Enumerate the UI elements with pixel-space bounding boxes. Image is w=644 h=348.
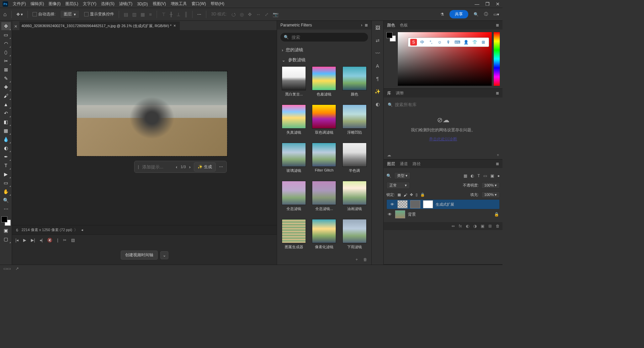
pen-tool[interactable]: ✒	[1, 153, 11, 161]
stamp-tool[interactable]: ▲	[1, 100, 11, 109]
zoom-tool[interactable]: 🔍	[1, 196, 11, 204]
align-right-icon[interactable]: ▦	[141, 12, 145, 17]
brush-tool[interactable]: 🖌	[1, 92, 11, 100]
gen-prev-icon[interactable]: ‹	[176, 164, 177, 169]
gradient-tool[interactable]: ▦	[1, 127, 11, 135]
dock-char-icon[interactable]: A	[374, 62, 381, 70]
status-chevron-icon[interactable]: 〉	[74, 227, 78, 232]
tab-libraries[interactable]: 库	[387, 90, 391, 96]
tl-prevframe-icon[interactable]: ◂|	[40, 238, 43, 242]
tl-first-icon[interactable]: |◂	[15, 238, 18, 242]
layer-row[interactable]: 👁生成式扩展	[386, 199, 500, 209]
opacity-value[interactable]: 100% ▾	[481, 182, 500, 189]
fx-icon[interactable]: fx	[459, 224, 462, 228]
new-layer-icon[interactable]: ⊞	[488, 224, 492, 228]
help-icon[interactable]: ⓘ	[484, 11, 488, 17]
lock-trans-icon[interactable]: ▦	[397, 193, 401, 197]
filters-collapse-icon[interactable]: ›	[361, 23, 362, 27]
ime-keyboard-icon[interactable]: ⌨	[454, 39, 461, 46]
tab-layers[interactable]: 图层	[387, 161, 395, 167]
tab-channels[interactable]: 通道	[400, 161, 408, 167]
3d-roll-icon[interactable]: ◎	[240, 12, 244, 17]
mask-icon[interactable]: ◐	[466, 224, 469, 228]
status-arrow-icon[interactable]: ◂	[81, 228, 83, 232]
type-tool[interactable]: T	[1, 161, 11, 169]
ime-emoji-icon[interactable]: ☺	[436, 39, 443, 46]
eyedropper-tool[interactable]: ✎	[1, 74, 11, 82]
align-left-icon[interactable]: ▤	[124, 12, 128, 17]
close-tab-icon[interactable]: ×	[173, 23, 176, 28]
param-filters-section[interactable]: ⌄ 参数滤镜	[277, 55, 371, 65]
create-timeline-dropdown[interactable]: ⌄	[160, 251, 168, 259]
beaker-icon[interactable]: ⚗	[440, 12, 444, 17]
zoom-percent[interactable]: 6	[16, 228, 18, 232]
share-button[interactable]: 共享	[449, 10, 468, 18]
heal-tool[interactable]: ✚	[1, 83, 11, 91]
3d-orbit-icon[interactable]: ⭯	[231, 12, 236, 17]
ime-lang-icon[interactable]: 中	[419, 39, 426, 46]
gen-next-icon[interactable]: ›	[189, 164, 191, 169]
dodge-tool[interactable]: ◐	[1, 144, 11, 152]
tl-cut-icon[interactable]: ✂	[63, 238, 66, 242]
filter-toggle-icon[interactable]: ●	[497, 173, 500, 178]
minimize-icon[interactable]: —	[475, 1, 479, 7]
quick-mask-icon[interactable]: ▣	[1, 226, 11, 234]
adjust-layer-icon[interactable]: ◑	[473, 224, 477, 228]
align-more-icon[interactable]: ≡	[149, 12, 152, 17]
screen-mode-icon[interactable]: ▢	[1, 235, 11, 243]
filter-item[interactable]: 全息滤镜	[280, 181, 307, 215]
menu-view[interactable]: 视图(V)	[153, 1, 166, 7]
filter-item[interactable]: Filter Glitch	[311, 143, 337, 177]
menu-filter[interactable]: 滤镜(T)	[119, 1, 132, 7]
prev-tab-close[interactable]: ✕	[12, 23, 19, 30]
fill-value[interactable]: 100% ▾	[481, 192, 500, 198]
filter-item[interactable]: 像素化滤镜	[311, 219, 337, 253]
lock-pixel-icon[interactable]: 🖌	[404, 193, 407, 197]
align-middle-icon[interactable]: ╂	[170, 12, 172, 17]
menu-window[interactable]: 窗口(W)	[192, 1, 206, 7]
filter-item[interactable]: 颜色	[341, 66, 368, 100]
tab-color[interactable]: 颜色	[387, 22, 395, 28]
filter-shape-icon[interactable]: ▭	[483, 173, 487, 178]
filter-item[interactable]: 半色调	[341, 143, 368, 177]
color-fgbg[interactable]	[386, 32, 396, 42]
search-icon[interactable]: 🔍	[474, 12, 479, 17]
timeline-mode-icon[interactable]: ▭▭	[3, 266, 11, 271]
3d-scale-icon[interactable]: ⤢	[265, 12, 269, 17]
dock-props-icon[interactable]: ◐	[374, 100, 381, 108]
ime-mic-icon[interactable]: 🎙	[445, 39, 452, 46]
tab-swatches[interactable]: 色板	[400, 22, 408, 28]
hand-tool[interactable]: ✋	[1, 188, 11, 196]
close-icon[interactable]: ✕	[496, 1, 500, 7]
tl-play-icon[interactable]: ▶	[23, 238, 26, 242]
filter-item[interactable]: 色差滤镜	[311, 66, 337, 100]
lib-diagnose-link[interactable]: 单击此处以诊断	[429, 136, 457, 142]
dock-styles-icon[interactable]: 〰	[374, 50, 381, 57]
move-tool[interactable]: ✥	[1, 22, 11, 30]
3d-camera-icon[interactable]: 📷	[273, 12, 278, 17]
filter-search-icon[interactable]: 🔍	[386, 173, 391, 178]
lib-menu-icon[interactable]: ≣	[496, 91, 499, 95]
menu-layer[interactable]: 图层(L)	[65, 1, 78, 7]
ime-logo-icon[interactable]: S	[410, 39, 417, 46]
filters-search-input[interactable]	[291, 35, 365, 40]
3d-pan-icon[interactable]: ✥	[248, 12, 252, 17]
layer-name[interactable]: 生成式扩展	[436, 202, 497, 207]
tl-transition-icon[interactable]: ▤	[71, 238, 75, 242]
lib-cloud-icon[interactable]: ☁	[387, 153, 391, 157]
menu-select[interactable]: 选择(S)	[101, 1, 114, 7]
color-picker-field[interactable]: S 中 °, ☺ 🎙 ⌨ 👤 👕 ⊞	[398, 32, 492, 86]
tl-mute-icon[interactable]: 🔇	[47, 238, 52, 242]
filters-trash-icon[interactable]: 🗑	[363, 257, 367, 262]
canvas[interactable]: | ‹ 1/3 › ✨生成 ⋯	[12, 30, 277, 225]
visibility-icon[interactable]: 👁	[387, 212, 392, 217]
menu-help[interactable]: 帮助(H)	[211, 1, 224, 7]
generate-button[interactable]: ✨生成	[194, 162, 216, 171]
frame-tool[interactable]: ⊠	[1, 66, 11, 74]
color-swatch[interactable]	[1, 216, 11, 226]
layer-name[interactable]: 背景	[408, 212, 491, 217]
blend-mode-select[interactable]: 正常 ▾	[386, 182, 410, 189]
lock-pos-icon[interactable]: ✥	[410, 193, 413, 197]
filter-item[interactable]: 图案生成器	[280, 219, 307, 253]
document-tab[interactable]: 40860_320836992400274_193172809096448251…	[19, 21, 180, 30]
